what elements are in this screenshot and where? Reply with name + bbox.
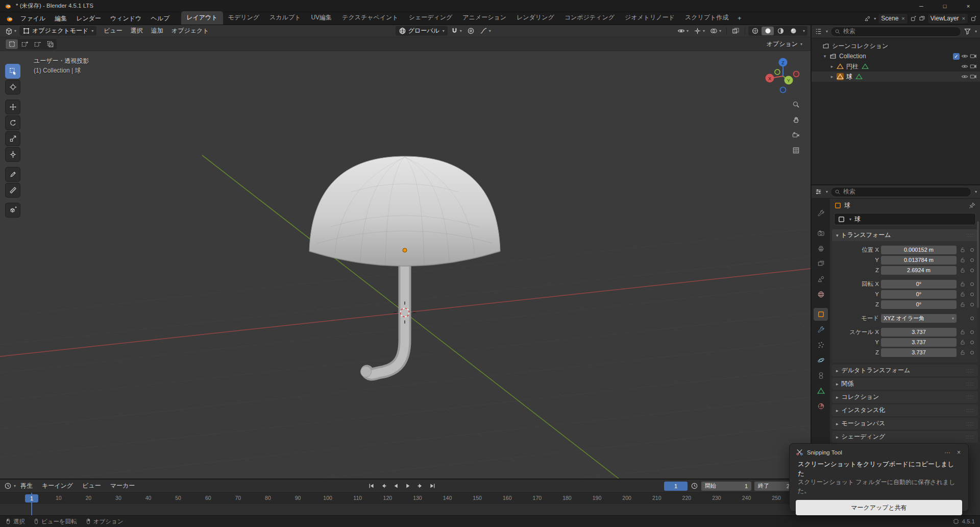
tool-select-box[interactable] [5, 64, 20, 79]
tool-measure[interactable] [5, 183, 20, 198]
app-menu-item[interactable]: レンダー [71, 13, 106, 25]
chevron-down-icon[interactable]: ▾ [975, 189, 977, 194]
overlays-dropdown[interactable]: ▾ [708, 27, 723, 35]
lock-icon[interactable] [959, 267, 967, 273]
outliner-row[interactable]: シーンコレクション [812, 41, 980, 51]
properties-tab-scene[interactable] [814, 273, 828, 285]
workspace-tab[interactable]: コンポジティング [559, 11, 620, 25]
properties-tab-constraints[interactable] [814, 369, 828, 382]
animate-dot[interactable] [969, 282, 975, 286]
outliner-editor-icon[interactable] [815, 28, 822, 35]
transform-panel-header[interactable]: ▾ トランスフォーム :::: [832, 229, 978, 241]
number-field[interactable]: 3.737 [881, 348, 957, 357]
outliner-row[interactable]: ▸円柱 [812, 61, 980, 71]
tool-add-cube[interactable] [5, 203, 20, 218]
panel-section[interactable]: ▸シェーディング:::: [832, 431, 978, 443]
animate-dot[interactable] [969, 351, 975, 354]
timeline-menu-item[interactable]: 再生 [16, 480, 37, 492]
app-menu-item[interactable]: ウィンドウ [106, 13, 146, 25]
camera-icon[interactable] [970, 63, 977, 70]
falloff-dropdown[interactable]: ▾ [478, 27, 493, 35]
markup-share-button[interactable]: マークアップと共有 [796, 500, 962, 515]
unlink-icon[interactable]: × [900, 15, 904, 21]
outliner-search-input[interactable]: 検索 [830, 27, 961, 37]
select-mode-extend-button[interactable] [18, 39, 31, 49]
lock-icon[interactable] [959, 281, 967, 287]
properties-tab-object[interactable] [814, 308, 828, 321]
properties-tab-tool[interactable] [814, 207, 828, 220]
current-frame-field[interactable]: 1 [664, 482, 688, 491]
expander-icon[interactable]: ▾ [822, 54, 828, 59]
tool-cursor[interactable] [5, 80, 20, 94]
tool-transform[interactable] [5, 147, 20, 162]
close-button[interactable]: × [957, 0, 980, 12]
expander-icon[interactable]: ▸ [829, 74, 835, 79]
properties-tab-material[interactable] [814, 400, 828, 413]
number-field[interactable]: 2.6924 m [881, 266, 957, 275]
scene-selector[interactable]: Scene × [878, 13, 908, 24]
select-mode-new-button[interactable] [6, 39, 18, 49]
viewport-menu-item[interactable]: オブジェクト [167, 26, 213, 36]
lock-icon[interactable] [959, 349, 967, 355]
lock-icon[interactable] [959, 291, 967, 297]
chevron-down-icon[interactable]: ▾ [826, 189, 828, 194]
xray-toggle[interactable] [730, 27, 742, 35]
viewport-menu-item[interactable]: ビュー [100, 26, 127, 36]
lock-icon[interactable] [959, 329, 967, 335]
proportional-editing-toggle[interactable] [465, 27, 477, 35]
select-mode-subtract-button[interactable] [31, 39, 43, 49]
minimize-button[interactable]: ─ [910, 0, 933, 12]
timeline-menu-item[interactable]: マーカー [106, 480, 140, 492]
shading-material-button[interactable] [774, 27, 787, 35]
workspace-tab[interactable]: レイアウト [181, 11, 223, 25]
blender-menu-icon[interactable] [3, 15, 16, 22]
camera-icon[interactable] [970, 53, 977, 60]
workspace-tab[interactable]: シェーディング [404, 11, 458, 25]
orientation-selector[interactable]: グローバル ▾ [396, 26, 448, 36]
camera-view-button[interactable] [789, 131, 802, 139]
shading-rendered-button[interactable] [787, 27, 799, 35]
current-frame-marker[interactable]: 1 [25, 494, 38, 502]
jump-end-button[interactable] [427, 482, 438, 491]
animate-dot[interactable] [969, 258, 975, 262]
play-reverse-button[interactable] [390, 482, 401, 491]
add-workspace-button[interactable]: + [733, 13, 745, 23]
viewlayer-selector[interactable]: ViewLayer × [927, 13, 968, 24]
timeline-ruler[interactable]: 1020304050607080901001101201301401501601… [0, 493, 811, 505]
number-field[interactable]: 0.000152 m [881, 246, 957, 254]
workspace-tab[interactable]: UV編集 [306, 11, 337, 25]
new-viewlayer-icon[interactable] [970, 15, 977, 22]
visibility-dropdown[interactable]: ▾ [675, 27, 691, 35]
prev-keyframe-button[interactable] [378, 482, 389, 491]
shading-solid-button[interactable] [762, 27, 774, 35]
animate-dot[interactable] [969, 303, 975, 306]
object-name-field[interactable]: ▾ 球 [834, 213, 976, 225]
properties-tab-physics[interactable] [814, 354, 828, 367]
toast-close-button[interactable]: × [955, 449, 962, 456]
properties-tab-modifiers[interactable] [814, 323, 828, 336]
viewport-3d[interactable]: ユーザー・透視投影 (1) Collection | 球 Z X Y [0, 51, 811, 478]
editor-type-button[interactable]: ▾ [3, 27, 18, 35]
scene-browse-icon[interactable] [864, 15, 871, 22]
number-field[interactable]: 0° [881, 280, 957, 289]
workspace-tab[interactable]: スクリプト作成 [680, 11, 733, 25]
properties-tab-data[interactable] [814, 385, 828, 397]
app-menu-item[interactable]: ファイル [16, 13, 50, 25]
workspace-tab[interactable]: ジオメトリノード [620, 11, 680, 25]
workspace-tab[interactable]: アニメーション [457, 11, 511, 25]
clock-icon[interactable] [691, 482, 698, 490]
animate-dot[interactable] [969, 293, 975, 296]
tool-move[interactable] [5, 100, 20, 114]
pan-button[interactable] [789, 115, 802, 124]
rotation-mode-dropdown[interactable]: XYZ オイラー角▾ [881, 314, 957, 323]
number-field[interactable]: 0° [881, 300, 957, 309]
eye-icon[interactable] [961, 73, 968, 80]
panel-section[interactable]: ▸デルタトランスフォーム:::: [832, 365, 978, 376]
tool-options-dropdown[interactable]: オプション ▾ [767, 40, 802, 49]
viewport-menu-item[interactable]: 選択 [127, 26, 147, 36]
viewport-menu-item[interactable]: 追加 [147, 26, 167, 36]
expander-icon[interactable]: ▸ [829, 64, 835, 69]
shading-wireframe-button[interactable] [749, 27, 761, 35]
chevron-down-icon[interactable]: ▾ [826, 29, 828, 34]
select-mode-intersect-button[interactable] [44, 39, 56, 49]
